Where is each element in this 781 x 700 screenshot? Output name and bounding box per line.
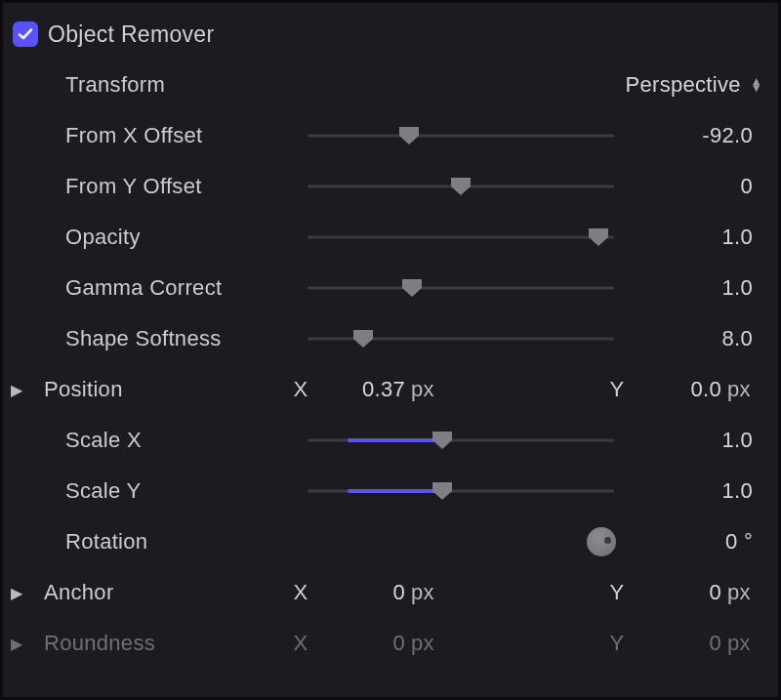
roundness-y-axis: Y xyxy=(602,631,632,656)
slider-thumb-icon xyxy=(588,227,609,247)
effect-enable-checkbox[interactable] xyxy=(11,21,44,47)
slider-thumb-icon xyxy=(401,278,423,298)
from-y-offset-slider[interactable] xyxy=(308,174,614,199)
from-x-offset-row: From X Offset -92.0 xyxy=(11,110,770,161)
from-y-offset-value[interactable]: 0 xyxy=(626,174,770,199)
gamma-correct-slider[interactable] xyxy=(308,275,614,301)
anchor-disclosure[interactable]: ▶ xyxy=(11,584,44,602)
slider-thumb-icon xyxy=(398,126,420,145)
shape-softness-slider[interactable] xyxy=(308,326,614,351)
anchor-row: ▶ Anchor X 0 px Y 0 px xyxy=(11,567,770,618)
anchor-x-value[interactable]: 0 xyxy=(315,580,411,605)
checkmark-icon xyxy=(18,26,33,42)
from-x-offset-label: From X Offset xyxy=(44,123,308,148)
scale-x-label: Scale X xyxy=(44,428,308,453)
transform-value: Perspective xyxy=(626,72,741,98)
from-x-offset-value[interactable]: -92.0 xyxy=(626,123,770,148)
scale-y-slider[interactable] xyxy=(308,478,614,504)
shape-softness-label: Shape Softness xyxy=(44,326,308,351)
shape-softness-row: Shape Softness 8.0 xyxy=(11,313,770,364)
opacity-label: Opacity xyxy=(44,225,308,250)
anchor-x-axis: X xyxy=(286,580,315,605)
anchor-label: Anchor xyxy=(44,580,286,605)
opacity-slider[interactable] xyxy=(308,225,614,250)
scale-x-row: Scale X 1.0 xyxy=(11,415,770,466)
from-y-offset-label: From Y Offset xyxy=(44,174,308,199)
roundness-x-unit: px xyxy=(411,631,450,656)
position-row: ▶ Position X 0.37 px Y 0.0 px xyxy=(11,364,770,415)
anchor-y-axis: Y xyxy=(602,580,632,605)
position-y-value[interactable]: 0.0 xyxy=(632,377,727,402)
triangle-right-icon: ▶ xyxy=(11,584,22,602)
roundness-x-value[interactable]: 0 xyxy=(315,631,411,656)
scale-y-row: Scale Y 1.0 xyxy=(11,466,770,516)
slider-thumb-icon xyxy=(352,329,374,349)
rotation-label: Rotation xyxy=(44,529,308,555)
position-y-unit: px xyxy=(727,377,770,402)
roundness-disclosure[interactable]: ▶ xyxy=(11,635,44,653)
transform-label: Transform xyxy=(44,72,308,98)
slider-thumb-icon xyxy=(450,177,472,196)
opacity-value[interactable]: 1.0 xyxy=(626,225,770,250)
position-disclosure[interactable]: ▶ xyxy=(11,381,44,399)
slider-thumb-icon xyxy=(432,481,453,501)
transform-row: Transform Perspective ▲▼ xyxy=(11,60,770,110)
position-x-axis: X xyxy=(286,377,315,402)
opacity-row: Opacity 1.0 xyxy=(11,212,770,263)
effect-header-row: Object Remover xyxy=(11,9,770,60)
from-x-offset-slider[interactable] xyxy=(308,123,614,148)
effect-title: Object Remover xyxy=(48,21,214,48)
gamma-correct-label: Gamma Correct xyxy=(44,275,308,301)
roundness-row: ▶ Roundness X 0 px Y 0 px xyxy=(11,618,770,669)
shape-softness-value[interactable]: 8.0 xyxy=(626,326,770,351)
triangle-right-icon: ▶ xyxy=(11,635,22,653)
anchor-x-unit: px xyxy=(411,580,450,605)
position-x-unit: px xyxy=(411,377,450,402)
position-label: Position xyxy=(44,377,286,402)
triangle-right-icon: ▶ xyxy=(11,381,22,399)
scale-x-slider[interactable] xyxy=(308,428,614,453)
slider-thumb-icon xyxy=(432,431,453,450)
roundness-y-value[interactable]: 0 xyxy=(632,631,727,656)
position-x-value[interactable]: 0.37 xyxy=(315,377,411,402)
anchor-y-unit: px xyxy=(727,580,770,605)
rotation-value[interactable]: 0 ° xyxy=(626,529,770,555)
from-y-offset-row: From Y Offset 0 xyxy=(11,161,770,212)
updown-icon: ▲▼ xyxy=(751,78,762,92)
inspector-panel: Object Remover Transform Perspective ▲▼ … xyxy=(0,0,781,700)
scale-x-value[interactable]: 1.0 xyxy=(626,428,770,453)
position-y-axis: Y xyxy=(602,377,632,402)
scale-y-value[interactable]: 1.0 xyxy=(626,478,770,504)
roundness-y-unit: px xyxy=(727,631,770,656)
roundness-x-axis: X xyxy=(286,631,315,656)
gamma-correct-row: Gamma Correct 1.0 xyxy=(11,263,770,313)
gamma-correct-value[interactable]: 1.0 xyxy=(626,275,770,301)
rotation-dial[interactable] xyxy=(587,527,616,556)
scale-y-label: Scale Y xyxy=(44,478,308,504)
rotation-row: Rotation 0 ° xyxy=(11,516,770,567)
transform-dropdown[interactable]: Perspective ▲▼ xyxy=(308,72,770,98)
anchor-y-value[interactable]: 0 xyxy=(632,580,727,605)
roundness-label: Roundness xyxy=(44,631,286,656)
